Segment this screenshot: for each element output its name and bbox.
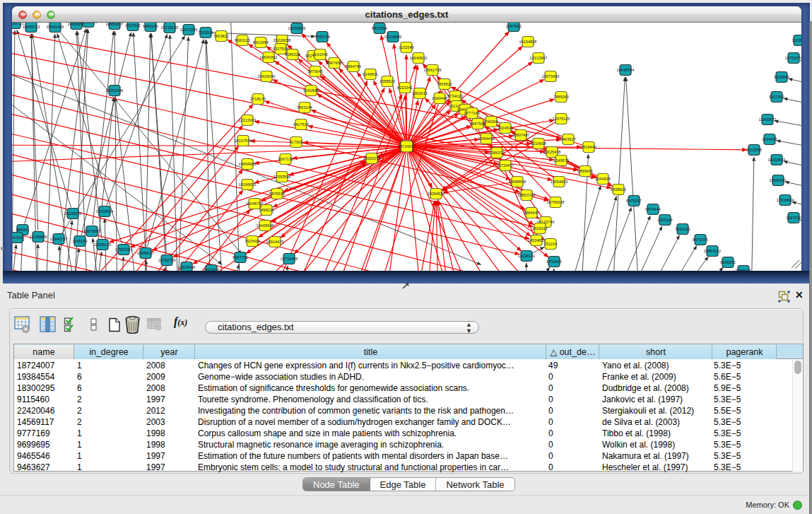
svg-text:1244415: 1244415 bbox=[762, 137, 777, 141]
svg-text:2087652: 2087652 bbox=[506, 24, 522, 28]
svg-text:19218906: 19218906 bbox=[384, 35, 402, 39]
svg-text:8660123: 8660123 bbox=[235, 38, 250, 42]
svg-text:8912954: 8912954 bbox=[253, 40, 269, 45]
svg-text:19166825: 19166825 bbox=[239, 182, 257, 187]
svg-text:18724007: 18724007 bbox=[398, 144, 416, 148]
svg-text:10719155: 10719155 bbox=[161, 25, 179, 30]
svg-text:9463627: 9463627 bbox=[560, 137, 576, 141]
svg-text:23226058: 23226058 bbox=[273, 38, 291, 42]
svg-text:10025438: 10025438 bbox=[543, 150, 561, 154]
svg-text:7955812: 7955812 bbox=[437, 82, 452, 86]
svg-text:10807487: 10807487 bbox=[512, 133, 530, 137]
svg-text:15720407: 15720407 bbox=[497, 163, 514, 168]
svg-text:6479197: 6479197 bbox=[626, 199, 642, 203]
svg-text:10046768: 10046768 bbox=[246, 201, 264, 206]
svg-text:8220341: 8220341 bbox=[397, 86, 413, 90]
svg-text:17957253: 17957253 bbox=[115, 247, 133, 252]
svg-text:9518440: 9518440 bbox=[581, 145, 596, 149]
svg-text:1733426: 1733426 bbox=[546, 259, 562, 264]
svg-text:6497563: 6497563 bbox=[470, 122, 486, 126]
svg-text:10975887: 10975887 bbox=[83, 229, 101, 233]
svg-text:13716485: 13716485 bbox=[281, 257, 298, 261]
svg-text:1990448: 1990448 bbox=[432, 96, 447, 100]
svg-text:1145193: 1145193 bbox=[72, 239, 87, 243]
svg-text:1132549: 1132549 bbox=[399, 45, 413, 49]
svg-text:12156889: 12156889 bbox=[30, 235, 47, 239]
svg-text:917006: 917006 bbox=[290, 140, 303, 144]
svg-text:8813054: 8813054 bbox=[372, 26, 387, 30]
svg-text:20206576: 20206576 bbox=[64, 211, 82, 216]
svg-text:9474444: 9474444 bbox=[645, 207, 661, 211]
svg-text:252214: 252214 bbox=[544, 242, 558, 246]
svg-text:12213363: 12213363 bbox=[239, 118, 257, 122]
svg-text:9245052: 9245052 bbox=[720, 260, 736, 264]
svg-text:10688609: 10688609 bbox=[509, 180, 526, 184]
svg-text:2718170: 2718170 bbox=[250, 97, 266, 101]
svg-text:9777169: 9777169 bbox=[464, 111, 480, 115]
svg-text:9329966: 9329966 bbox=[774, 75, 789, 79]
svg-text:14136141: 14136141 bbox=[518, 254, 536, 258]
svg-text:12353594: 12353594 bbox=[273, 175, 291, 179]
svg-text:9327508: 9327508 bbox=[273, 47, 288, 51]
svg-text:1112809: 1112809 bbox=[792, 38, 801, 42]
svg-text:2141546: 2141546 bbox=[312, 52, 328, 57]
svg-text:8454749: 8454749 bbox=[346, 64, 361, 69]
svg-text:7515526: 7515526 bbox=[198, 30, 213, 35]
svg-text:17016504: 17016504 bbox=[777, 198, 794, 202]
svg-text:10653287: 10653287 bbox=[106, 23, 124, 26]
svg-text:746266: 746266 bbox=[485, 119, 498, 124]
svg-text:12213967: 12213967 bbox=[530, 56, 548, 60]
svg-text:1640935: 1640935 bbox=[595, 177, 611, 181]
svg-text:16782759: 16782759 bbox=[158, 258, 176, 262]
svg-text:12093872: 12093872 bbox=[759, 117, 777, 122]
svg-text:19654985: 19654985 bbox=[239, 162, 257, 166]
svg-text:9146821: 9146821 bbox=[363, 72, 378, 76]
svg-text:16640910: 16640910 bbox=[410, 56, 428, 60]
svg-text:16648784: 16648784 bbox=[617, 68, 635, 72]
svg-text:15751074: 15751074 bbox=[785, 56, 801, 60]
svg-text:7485063: 7485063 bbox=[553, 95, 569, 99]
svg-text:2935114: 2935114 bbox=[657, 218, 672, 222]
svg-text:2967608: 2967608 bbox=[326, 61, 342, 65]
svg-text:20364436: 20364436 bbox=[478, 136, 495, 141]
svg-text:3267130: 3267130 bbox=[278, 157, 293, 161]
svg-text:3875645: 3875645 bbox=[307, 69, 323, 74]
svg-text:17339924: 17339924 bbox=[96, 209, 114, 214]
svg-text:10980559: 10980559 bbox=[80, 23, 98, 24]
svg-text:9734023: 9734023 bbox=[447, 94, 463, 98]
svg-text:19384554: 19384554 bbox=[428, 192, 445, 196]
svg-text:23420046: 23420046 bbox=[258, 74, 276, 78]
svg-text:16107556: 16107556 bbox=[235, 139, 252, 143]
svg-text:18807249: 18807249 bbox=[518, 193, 536, 197]
svg-text:2386332: 2386332 bbox=[489, 151, 505, 155]
svg-text:8186328: 8186328 bbox=[285, 52, 300, 57]
svg-text:6466160: 6466160 bbox=[143, 24, 158, 28]
svg-text:7663822: 7663822 bbox=[213, 34, 229, 38]
svg-text:12975125: 12975125 bbox=[553, 117, 570, 121]
svg-text:8938923: 8938923 bbox=[611, 187, 626, 192]
svg-text:9663912: 9663912 bbox=[204, 268, 219, 271]
svg-text:1527602: 1527602 bbox=[125, 23, 141, 28]
svg-text:1498222: 1498222 bbox=[259, 208, 274, 212]
svg-text:13654923: 13654923 bbox=[551, 180, 568, 184]
svg-text:19055713: 19055713 bbox=[23, 25, 40, 29]
svg-text:6216608: 6216608 bbox=[531, 141, 546, 146]
svg-text:12923446: 12923446 bbox=[178, 265, 196, 269]
svg-text:10973493: 10973493 bbox=[542, 74, 560, 78]
svg-text:9684047: 9684047 bbox=[524, 211, 539, 215]
svg-text:19756928: 19756928 bbox=[547, 200, 565, 204]
svg-text:16914479: 16914479 bbox=[266, 240, 284, 244]
svg-text:3024534: 3024534 bbox=[498, 126, 513, 130]
svg-text:985061: 985061 bbox=[16, 228, 30, 232]
svg-text:16210643: 16210643 bbox=[768, 158, 786, 162]
svg-text:16154808: 16154808 bbox=[519, 40, 537, 44]
svg-text:5878334: 5878334 bbox=[269, 192, 285, 196]
svg-text:16053809: 16053809 bbox=[288, 26, 306, 30]
svg-text:7632021: 7632021 bbox=[675, 227, 690, 231]
svg-text:7625402: 7625402 bbox=[245, 239, 260, 243]
svg-text:1549579: 1549579 bbox=[553, 158, 569, 163]
svg-text:1362615: 1362615 bbox=[412, 91, 428, 95]
svg-text:1167532: 1167532 bbox=[786, 216, 801, 220]
svg-text:9427512: 9427512 bbox=[293, 122, 309, 127]
svg-text:6899695: 6899695 bbox=[577, 169, 593, 173]
